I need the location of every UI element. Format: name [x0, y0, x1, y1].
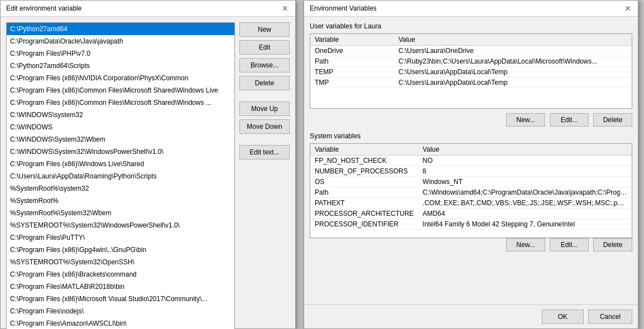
system-var-cell: FP_NO_HOST_CHECK [310, 156, 418, 166]
user-var-cell: TMP [310, 78, 394, 88]
user-var-cell: TEMP [310, 67, 394, 78]
system-val-cell: AMD64 [418, 209, 632, 219]
path-item[interactable]: C:\Python27amd64\Scripts [7, 60, 234, 72]
user-section-buttons: New... Edit... Delete [310, 113, 632, 127]
path-item[interactable]: C:\Python27amd64 [7, 23, 234, 35]
system-var-cell: NUMBER_OF_PROCESSORS [310, 166, 418, 177]
edit-env-dialog: Edit environment variable ✕ C:\Python27a… [0, 0, 296, 329]
system-var-cell: Path [310, 187, 418, 198]
path-item[interactable]: C:\WINDOWS\system32 [7, 109, 234, 121]
path-item[interactable]: %SystemRoot%\system32 [7, 182, 234, 195]
user-val-cell: C:\Ruby23\bin;C:\Users\Laura\AppData\Loc… [394, 56, 632, 67]
path-item[interactable]: C:\Program Files (x86)\Common Files\Micr… [7, 96, 234, 109]
path-item[interactable]: C:\WINDOWS\System32\WindowsPowerShell\v1… [7, 146, 234, 158]
system-table-row[interactable]: PROCESSOR_IDENTIFIERIntel64 Family 6 Mod… [310, 219, 632, 230]
path-item[interactable]: C:\Program Files (x86)\Microsoft Visual … [7, 293, 234, 305]
path-item[interactable]: C:\Program Files (x86)\Common Files\Micr… [7, 84, 234, 96]
move-up-button[interactable]: Move Up [239, 101, 290, 116]
new-button[interactable]: New [239, 22, 290, 37]
path-item[interactable]: C:\Users\Laura\AppData\Roaming\Python\Sc… [7, 170, 234, 182]
user-edit-button[interactable]: Edit... [550, 113, 589, 127]
system-var-cell: PROCESSOR_IDENTIFIER [310, 219, 418, 230]
left-close-button[interactable]: ✕ [281, 4, 290, 13]
user-var-cell: OneDrive [310, 46, 394, 56]
system-table-row[interactable]: PathC:\Windows\amd64;C:\ProgramData\Orac… [310, 187, 632, 198]
system-table-row[interactable]: PATHEXT.COM;.EXE;.BAT;.CMD;.VBS;.VBE;.JS… [310, 198, 632, 209]
right-ok-button[interactable]: OK [542, 309, 584, 324]
system-val-cell: NO [418, 156, 632, 166]
system-var-cell: PROCESSOR_ARCHITECTURE [310, 209, 418, 219]
user-section-title: User variables for Laura [310, 22, 632, 30]
delete-button[interactable]: Delete [239, 76, 290, 90]
right-close-button[interactable]: ✕ [623, 4, 632, 13]
user-col-value: Value [394, 34, 632, 46]
path-item[interactable]: C:\ProgramData\Oracle\Java\javapath [7, 35, 234, 47]
edit-button[interactable]: Edit [239, 40, 290, 55]
path-item[interactable]: %SystemRoot% [7, 195, 234, 207]
right-dialog-title: Environment Variables [310, 4, 377, 12]
user-table-row[interactable]: TMPC:\Users\Laura\AppData\Local\Temp [310, 78, 632, 88]
path-item[interactable]: C:\Program Files\nodejs\ [7, 305, 234, 317]
user-table-container: Variable Value OneDriveC:\Users\Laura\On… [310, 33, 632, 109]
system-val-cell: 8 [418, 166, 632, 177]
user-table-row[interactable]: PathC:\Ruby23\bin;C:\Users\Laura\AppData… [310, 56, 632, 67]
system-edit-button[interactable]: Edit... [550, 238, 589, 251]
right-cancel-button[interactable]: Cancel [588, 309, 632, 324]
system-val-cell: Intel64 Family 6 Model 42 Stepping 7, Ge… [418, 219, 632, 230]
path-item[interactable]: %SYSTEMROOT%\System32\OpenSSH\ [7, 256, 234, 268]
path-item[interactable]: C:\Program Files (x86)\Windows Live\Shar… [7, 158, 234, 170]
system-table-body: FP_NO_HOST_CHECKNONUMBER_OF_PROCESSORS8O… [310, 156, 632, 230]
path-item[interactable]: %SystemRoot%\System32\Wbem [7, 207, 234, 219]
system-col-value: Value [418, 144, 632, 156]
system-table: Variable Value FP_NO_HOST_CHECKNONUMBER_… [310, 144, 632, 230]
system-table-row[interactable]: OSWindows_NT [310, 177, 632, 187]
system-var-cell: OS [310, 177, 418, 187]
path-item[interactable]: C:\Program Files (x86)\NVIDIA Corporatio… [7, 72, 234, 84]
path-item[interactable]: C:\Program Files (x86)\Gpg4win\..\GnuPG\… [7, 244, 234, 256]
system-section-title: System variables [310, 132, 632, 140]
user-table-row[interactable]: TEMPC:\Users\Laura\AppData\Local\Temp [310, 67, 632, 78]
system-val-cell: Windows_NT [418, 177, 632, 187]
user-new-button[interactable]: New... [506, 113, 545, 127]
system-table-row[interactable]: FP_NO_HOST_CHECKNO [310, 156, 632, 166]
path-item[interactable]: %SYSTEMROOT%\System32\WindowsPowerShell\… [7, 219, 234, 231]
left-buttons-column: New Edit Browse... Delete Move Up Move D… [239, 22, 290, 329]
user-table-body: OneDriveC:\Users\Laura\OneDrivePathC:\Ru… [310, 46, 632, 88]
system-table-row[interactable]: NUMBER_OF_PROCESSORS8 [310, 166, 632, 177]
user-var-cell: Path [310, 56, 394, 67]
env-variables-dialog: Environment Variables ✕ User variables f… [304, 0, 638, 329]
path-item[interactable]: C:\Program Files\PHP\v7.0 [7, 47, 234, 60]
right-footer: OK Cancel [304, 304, 638, 328]
right-dialog-content: User variables for Laura Variable Value … [304, 17, 638, 304]
path-list[interactable]: C:\Python27amd64C:\ProgramData\Oracle\Ja… [7, 23, 234, 329]
left-dialog-title: Edit environment variable [6, 4, 81, 12]
system-var-cell: PATHEXT [310, 198, 418, 209]
user-delete-button[interactable]: Delete [593, 113, 632, 127]
right-title-bar: Environment Variables ✕ [304, 1, 638, 17]
path-item[interactable]: C:\Program Files\Amazon\AWSCLI\bin\ [7, 317, 234, 329]
system-new-button[interactable]: New... [506, 238, 545, 251]
system-table-container: Variable Value FP_NO_HOST_CHECKNONUMBER_… [310, 143, 632, 238]
path-item[interactable]: C:\WINDOWS [7, 121, 234, 133]
edit-text-button[interactable]: Edit text... [239, 145, 290, 159]
path-item[interactable]: C:\WINDOWS\System32\Wbem [7, 133, 234, 146]
system-table-row[interactable]: PROCESSOR_ARCHITECTUREAMD64 [310, 209, 632, 219]
system-val-cell: .COM;.EXE;.BAT;.CMD;.VBS;.VBE;.JS;.JSE;.… [418, 198, 632, 209]
user-col-variable: Variable [310, 34, 394, 46]
user-table: Variable Value OneDriveC:\Users\Laura\On… [310, 34, 632, 88]
path-item[interactable]: C:\Program Files\PuTTY\ [7, 231, 234, 244]
user-val-cell: C:\Users\Laura\AppData\Local\Temp [394, 78, 632, 88]
path-list-container: C:\Python27amd64C:\ProgramData\Oracle\Ja… [6, 22, 235, 329]
system-val-cell: C:\Windows\amd64;C:\ProgramData\Oracle\J… [418, 187, 632, 198]
user-val-cell: C:\Users\Laura\AppData\Local\Temp [394, 67, 632, 78]
browse-button[interactable]: Browse... [239, 58, 290, 72]
path-item[interactable]: C:\Program Files (x86)\Brackets\command [7, 268, 234, 280]
user-val-cell: C:\Users\Laura\OneDrive [394, 46, 632, 56]
left-dialog-content: C:\Python27amd64C:\ProgramData\Oracle\Ja… [1, 17, 295, 329]
move-down-button[interactable]: Move Down [239, 119, 290, 134]
system-section-buttons: New... Edit... Delete [310, 238, 632, 251]
user-table-row[interactable]: OneDriveC:\Users\Laura\OneDrive [310, 46, 632, 56]
system-col-variable: Variable [310, 144, 418, 156]
system-delete-button[interactable]: Delete [593, 238, 632, 251]
path-item[interactable]: C:\Program Files\MATLAB\R2018b\bin [7, 280, 234, 293]
